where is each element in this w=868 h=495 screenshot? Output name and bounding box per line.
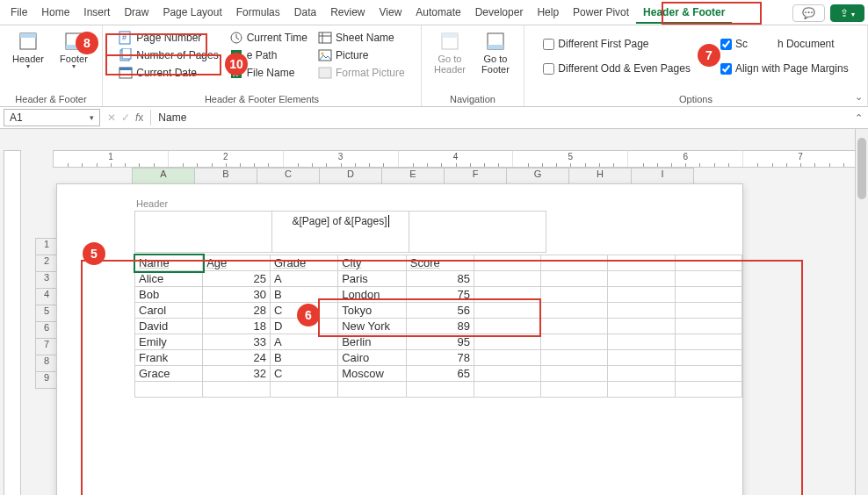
svg-text:#: #: [122, 33, 127, 42]
svg-rect-9: [119, 68, 132, 70]
column-header-C[interactable]: C: [257, 168, 320, 185]
column-header-G[interactable]: G: [507, 168, 569, 185]
spreadsheet-grid[interactable]: NameAgeGradeCityScoreAlice25AParis85Bob3…: [134, 255, 742, 398]
row-header-8[interactable]: 8: [35, 355, 58, 372]
row-header-9[interactable]: 9: [35, 372, 58, 389]
svg-rect-1: [20, 33, 36, 38]
row-header-6[interactable]: 6: [35, 322, 58, 339]
column-header-I[interactable]: I: [632, 168, 694, 185]
share-button[interactable]: ⇪ ▾: [830, 4, 864, 22]
svg-rect-24: [488, 45, 503, 49]
group-hf-elements: Header & Footer Elements: [205, 92, 319, 104]
row-header-4[interactable]: 4: [35, 289, 58, 305]
page-number-button[interactable]: # Page Number: [115, 29, 221, 47]
group-header-footer: Header & Footer: [15, 92, 86, 104]
different-odd-even-checkbox[interactable]: Different Odd & Even Pages: [541, 61, 692, 76]
svg-rect-7: [122, 48, 131, 59]
svg-rect-22: [442, 33, 458, 38]
svg-rect-20: [319, 68, 331, 78]
ribbon-collapse-button[interactable]: ⌄: [855, 91, 863, 103]
goto-header-button[interactable]: Go to Header: [429, 29, 471, 76]
goto-footer-button[interactable]: Go to Footer: [474, 29, 517, 76]
formula-bar[interactable]: Name: [150, 110, 850, 126]
horizontal-ruler: 1234567: [53, 150, 859, 168]
tab-power-pivot[interactable]: Power Pivot: [566, 3, 636, 24]
header-left-section[interactable]: [134, 211, 272, 253]
sheet-name-button[interactable]: Sheet Name: [315, 29, 409, 47]
format-picture-button: Format Picture: [315, 64, 409, 82]
align-with-margins-checkbox[interactable]: Align with Page Margins: [719, 61, 850, 76]
column-header-D[interactable]: D: [320, 168, 382, 185]
enter-formula-icon[interactable]: ✓: [121, 111, 130, 124]
annotation-8: 8: [76, 32, 98, 54]
tab-home[interactable]: Home: [34, 3, 76, 24]
annotation-10: 10: [225, 53, 248, 75]
tab-data[interactable]: Data: [287, 3, 323, 24]
number-of-pages-button[interactable]: Number of Pages: [115, 47, 221, 64]
tab-page-layout[interactable]: Page Layout: [156, 3, 228, 24]
column-header-H[interactable]: H: [569, 168, 632, 185]
annotation-7: 7: [698, 44, 720, 67]
tab-review[interactable]: Review: [323, 3, 372, 24]
vertical-ruler: [4, 150, 21, 495]
tab-help[interactable]: Help: [530, 3, 566, 24]
tab-formulas[interactable]: Formulas: [229, 3, 287, 24]
tab-header-footer[interactable]: Header & Footer: [636, 3, 732, 24]
picture-button[interactable]: Picture: [315, 47, 409, 64]
header-section-label: Header: [136, 198, 168, 209]
tab-file[interactable]: File: [4, 3, 34, 24]
name-box[interactable]: A1▾: [4, 109, 100, 126]
tab-automate[interactable]: Automate: [409, 3, 467, 24]
row-header-5[interactable]: 5: [35, 305, 58, 322]
column-header-B[interactable]: B: [195, 168, 257, 185]
tab-draw[interactable]: Draw: [117, 3, 156, 24]
row-header-3[interactable]: 3: [35, 272, 58, 289]
svg-point-19: [322, 53, 324, 55]
column-header-F[interactable]: F: [445, 168, 507, 185]
group-navigation: Navigation: [450, 92, 495, 104]
tab-insert[interactable]: Insert: [76, 3, 117, 24]
tab-developer[interactable]: Developer: [468, 3, 531, 24]
column-header-E[interactable]: E: [382, 168, 445, 185]
row-header-1[interactable]: 1: [35, 238, 58, 255]
formula-bar-collapse[interactable]: ⌃: [850, 112, 868, 124]
header-center-section[interactable]: &[Page] of &[Pages]: [272, 211, 409, 253]
different-first-page-checkbox[interactable]: Different First Page: [541, 36, 692, 52]
cancel-formula-icon[interactable]: ✕: [107, 111, 116, 124]
fx-icon[interactable]: fx: [135, 111, 143, 124]
svg-rect-15: [319, 32, 331, 43]
annotation-5: 5: [83, 242, 105, 265]
tab-view[interactable]: View: [373, 3, 409, 24]
header-dropdown[interactable]: Header ▾: [7, 29, 49, 71]
group-options: Options: [679, 92, 712, 104]
vertical-scrollbar[interactable]: [855, 129, 868, 495]
scale-with-document-checkbox[interactable]: Sch Document: [719, 36, 850, 52]
page-layout-paper: Header &[Page] of &[Pages] NameAgeGradeC…: [56, 183, 743, 495]
current-date-button[interactable]: Current Date: [115, 64, 221, 82]
row-header-2[interactable]: 2: [35, 255, 58, 272]
row-header-7[interactable]: 7: [35, 339, 58, 355]
header-right-section[interactable]: [409, 211, 546, 253]
annotation-6: 6: [297, 304, 320, 326]
comments-button[interactable]: 💬: [792, 4, 825, 22]
current-time-button[interactable]: Current Time: [226, 29, 311, 47]
